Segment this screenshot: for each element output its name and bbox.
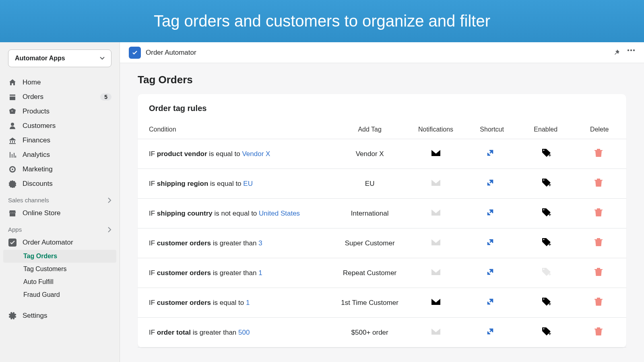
rules-table: Condition Add Tag Notifications Shortcut…	[138, 120, 626, 348]
cell-condition: IF customer orders is greater than 1	[138, 258, 333, 288]
finances-icon	[8, 136, 17, 145]
mail-icon[interactable]	[431, 268, 441, 277]
cell-tag: 1st Time Customer	[333, 288, 407, 318]
trash-icon[interactable]	[594, 237, 605, 246]
sidebar-item-label: Order Automator	[23, 239, 73, 247]
more-icon[interactable]	[627, 49, 635, 56]
sidebar-item-label: Settings	[23, 312, 47, 320]
sidebar-item-analytics[interactable]: Analytics	[0, 148, 120, 162]
sidebar-item-label: Marketing	[23, 165, 53, 173]
cell-condition: IF shipping country is not equal to Unit…	[138, 199, 333, 228]
trash-icon[interactable]	[594, 327, 605, 335]
col-shortcut: Shortcut	[465, 120, 519, 139]
cell-condition: IF shipping region is equal to EU	[138, 169, 333, 199]
sidebar-item-online-store[interactable]: Online Store	[0, 206, 120, 220]
promo-banner: Tag orders and customers to organize and…	[0, 0, 644, 42]
store-selector-label: Automator Apps	[15, 55, 65, 62]
products-icon	[8, 107, 17, 116]
trash-icon[interactable]	[594, 267, 605, 276]
mail-icon[interactable]	[431, 179, 441, 187]
chevron-right-icon	[108, 227, 111, 232]
svg-text:+: +	[548, 182, 551, 187]
sidebar-item-label: Orders	[23, 93, 43, 101]
table-row: IF customer orders is greater than 1Repe…	[138, 258, 626, 288]
sidebar-item-orders[interactable]: Orders5	[0, 90, 120, 104]
sidebar-item-order-automator[interactable]: Order Automator	[0, 235, 120, 250]
app-title: Order Automator	[146, 49, 196, 57]
cell-condition: IF product vendor is equal to Vendor X	[138, 139, 333, 169]
cell-tag: Super Customer	[333, 228, 407, 258]
shortcut-icon[interactable]	[487, 239, 497, 247]
trash-icon[interactable]	[594, 148, 605, 157]
home-icon	[8, 78, 17, 87]
cell-condition: IF order total is greater than 500	[138, 318, 333, 348]
shortcut-icon[interactable]	[487, 149, 497, 158]
shortcut-icon[interactable]	[487, 268, 497, 277]
topbar: Order Automator	[120, 42, 644, 63]
trash-icon[interactable]	[594, 178, 605, 187]
svg-text:+: +	[548, 271, 551, 276]
tag-enabled-icon[interactable]: +	[541, 148, 551, 157]
app-icon	[129, 47, 141, 59]
shortcut-icon[interactable]	[487, 298, 497, 307]
trash-icon[interactable]	[594, 297, 605, 306]
sidebar-sub-tag-orders[interactable]: Tag Orders	[3, 250, 116, 263]
sidebar-item-discounts[interactable]: Discounts	[0, 177, 120, 191]
sidebar-item-settings[interactable]: Settings	[0, 309, 120, 323]
sales-channels-header[interactable]: Sales channels	[0, 191, 120, 206]
tag-enabled-icon[interactable]: +	[541, 327, 551, 336]
mail-icon[interactable]	[431, 238, 441, 247]
shortcut-icon[interactable]	[487, 328, 497, 337]
tag-enabled-icon[interactable]: +	[541, 238, 551, 247]
table-row: IF product vendor is equal to Vendor XVe…	[138, 139, 626, 169]
tag-enabled-icon[interactable]: +	[541, 208, 551, 217]
tag-enabled-icon[interactable]: +	[541, 267, 551, 276]
cell-tag: EU	[333, 169, 407, 199]
sidebar-sub-tag-customers[interactable]: Tag Customers	[0, 263, 120, 276]
col-delete: Delete	[572, 120, 626, 139]
svg-text:+: +	[548, 241, 551, 247]
svg-text:+: +	[548, 331, 551, 336]
svg-point-4	[633, 49, 635, 51]
shortcut-icon[interactable]	[487, 179, 497, 188]
tag-enabled-icon[interactable]: +	[541, 178, 551, 187]
sidebar-item-finances[interactable]: Finances	[0, 133, 120, 148]
store-selector[interactable]: Automator Apps	[8, 49, 111, 67]
main: Order Automator Tag Orders Order tag rul…	[120, 42, 644, 362]
gear-icon	[8, 311, 17, 320]
rules-card: Order tag rules Condition Add Tag Notifi…	[138, 94, 626, 348]
col-condition: Condition	[138, 120, 333, 139]
orders-icon	[8, 93, 17, 101]
col-notifications: Notifications	[407, 120, 465, 139]
analytics-icon	[8, 150, 17, 159]
table-row: IF customer orders is equal to 11st Time…	[138, 288, 626, 318]
trash-icon[interactable]	[594, 208, 605, 216]
badge: 5	[100, 93, 111, 101]
cell-tag: Vendor X	[333, 139, 407, 169]
sidebar-sub-fraud-guard[interactable]: Fraud Guard	[0, 288, 120, 301]
svg-point-3	[630, 49, 632, 51]
marketing-icon	[8, 165, 17, 174]
mail-icon[interactable]	[431, 298, 441, 306]
mail-icon[interactable]	[431, 149, 441, 158]
sidebar-item-customers[interactable]: Customers	[0, 119, 120, 133]
sidebar-item-home[interactable]: Home	[0, 75, 120, 90]
customers-icon	[8, 121, 17, 130]
discounts-icon	[8, 179, 17, 188]
shortcut-icon[interactable]	[487, 209, 497, 218]
cell-tag: $500+ order	[333, 318, 407, 348]
apps-header[interactable]: Apps	[0, 220, 120, 235]
pin-icon[interactable]	[613, 49, 620, 56]
svg-text:+: +	[548, 212, 551, 217]
mail-icon[interactable]	[431, 327, 441, 336]
sidebar-item-marketing[interactable]: Marketing	[0, 162, 120, 177]
tag-enabled-icon[interactable]: +	[541, 297, 551, 306]
sidebar-sub-auto-fulfill[interactable]: Auto Fulfill	[0, 276, 120, 288]
cell-condition: IF customer orders is equal to 1	[138, 288, 333, 318]
table-row: IF shipping country is not equal to Unit…	[138, 199, 626, 228]
banner-text: Tag orders and customers to organize and…	[154, 12, 490, 30]
svg-point-2	[627, 49, 629, 51]
page-title: Tag Orders	[138, 74, 626, 86]
mail-icon[interactable]	[431, 208, 441, 217]
sidebar-item-products[interactable]: Products	[0, 104, 120, 119]
